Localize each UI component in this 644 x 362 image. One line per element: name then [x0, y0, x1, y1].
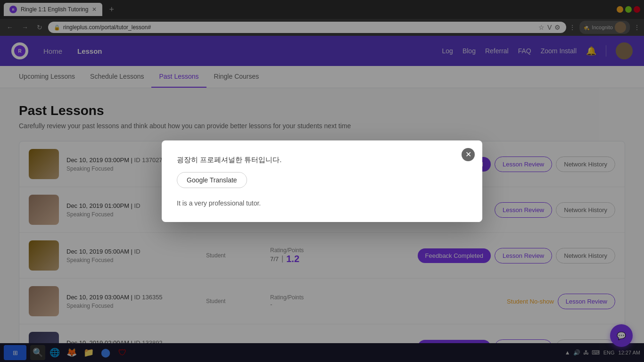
modal-box: ✕ 굉장히 프로페셔널한 튜터입니다. Google Translate It … [162, 140, 482, 222]
modal-overlay[interactable]: ✕ 굉장히 프로페셔널한 튜터입니다. Google Translate It … [0, 0, 644, 362]
modal-english-text: It is a very professional tutor. [177, 199, 467, 207]
modal-korean-text: 굉장히 프로페셔널한 튜터입니다. [177, 156, 467, 165]
modal-close-button[interactable]: ✕ [462, 148, 475, 161]
google-translate-button[interactable]: Google Translate [177, 172, 247, 188]
